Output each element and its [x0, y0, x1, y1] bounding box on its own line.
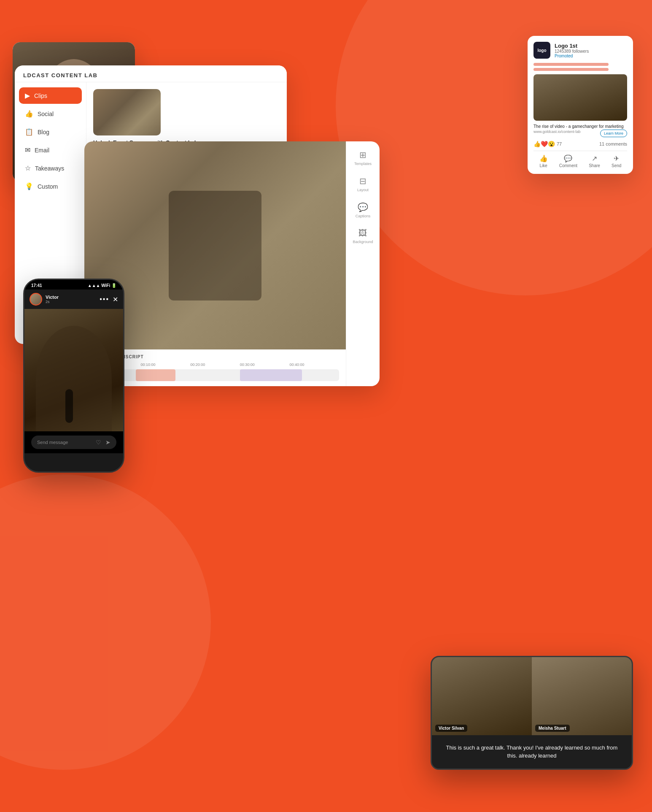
background-icon: 🖼	[358, 228, 367, 238]
email-icon: ✉	[25, 146, 30, 154]
mobile-status-bar: 17:41 ▲▲▲ WiFi 🔋	[24, 280, 123, 290]
custom-icon: 💡	[25, 182, 33, 190]
timestamp-4: 00:40:00	[289, 363, 339, 367]
linkedin-send-button[interactable]: ✈ Send	[612, 154, 621, 168]
linkedin-company-logo: logo	[533, 42, 550, 59]
story-time: 2s	[46, 300, 96, 304]
linkedin-actions: 👍 Like 💬 Comment ↗ Share ✈ Send	[533, 154, 627, 168]
custom-label: Custom	[38, 183, 58, 190]
logo-text: logo	[537, 48, 546, 53]
layout-icon: ⊟	[359, 176, 366, 186]
tool-captions[interactable]: 💬 Captions	[356, 202, 371, 218]
sidebar-item-custom[interactable]: 💡 Custom	[19, 178, 82, 195]
sidebar-item-clips[interactable]: ▶ Clips	[19, 87, 82, 104]
mobile-send-icons: ♡ ➤	[96, 439, 110, 446]
takeaways-icon: ☆	[25, 164, 31, 172]
timeline-label: EDIT BY TRANSCRIPT	[91, 355, 339, 359]
story-user-info: Victor 2s	[46, 295, 96, 304]
takeaways-label: Takeaways	[35, 165, 64, 172]
comment-label: Comment	[559, 163, 577, 168]
text-line-2	[533, 68, 609, 71]
like-label: Like	[539, 163, 547, 168]
tablet-person-right: Meisha Stuart	[532, 657, 632, 735]
linkedin-comment-button[interactable]: 💬 Comment	[559, 154, 577, 168]
social-icon: 👍	[25, 110, 33, 118]
share-icon: ↗	[592, 154, 597, 162]
mobile-signals: ▲▲▲ WiFi 🔋	[88, 283, 116, 288]
tablet-caption-bar: This is such a great talk. Thank you! I'…	[432, 735, 632, 769]
email-label: Email	[35, 147, 49, 154]
reaction-icons: 👍❤️😮	[533, 141, 555, 147]
templates-icon: ⊞	[359, 150, 366, 160]
background-label: Background	[353, 240, 373, 244]
linkedin-company-info: Logo 1st 1245389 followers Promoted	[555, 43, 589, 58]
tablet-caption-text: This is such a great talk. Thank you! I'…	[442, 744, 622, 760]
linkedin-learn-more-button[interactable]: Learn More	[600, 130, 627, 137]
linkedin-company-name: Logo 1st	[555, 43, 589, 49]
podcast-app-header: LDCAST CONTENT LAB	[15, 65, 287, 82]
clips-label: Clips	[34, 92, 47, 99]
tool-templates[interactable]: ⊞ Templates	[354, 150, 372, 166]
tablet-card: Victor Silvan Meisha Stuart This is such…	[431, 656, 633, 770]
send-label: Send	[612, 163, 621, 168]
story-avatar	[30, 293, 42, 306]
text-line-1	[533, 63, 609, 66]
send-message-placeholder: Send message	[37, 440, 68, 445]
story-close-icon[interactable]: ✕	[113, 295, 118, 303]
linkedin-video-thumbnail[interactable]	[533, 74, 627, 121]
linkedin-header: logo Logo 1st 1245389 followers Promoted	[533, 42, 627, 59]
timestamp-2: 00:20:00	[190, 363, 240, 367]
timestamp-1: 00:10:00	[141, 363, 191, 367]
tablet-person-left: Victor Silvan	[432, 657, 532, 735]
blog-icon: 📋	[25, 128, 33, 136]
bg-circle-2	[0, 474, 211, 770]
sidebar-item-takeaways[interactable]: ☆ Takeaways	[19, 160, 82, 176]
editor-person-silhouette	[169, 191, 261, 300]
mobile-time: 17:41	[31, 283, 42, 288]
comments-count: 11 comments	[599, 141, 627, 146]
comment-icon: 💬	[564, 154, 572, 162]
tablet-name-right: Meisha Stuart	[535, 725, 570, 732]
linkedin-video-caption: The rise of video - a gamechanger for ma…	[533, 124, 627, 129]
tool-layout[interactable]: ⊟ Layout	[357, 176, 369, 192]
linkedin-like-button[interactable]: 👍 Like	[539, 154, 548, 168]
story-options-icon[interactable]: •••	[100, 295, 109, 303]
main-editor-card: EDIT BY TRANSCRIPT 00:00:00 00:10:00 00:…	[84, 141, 380, 386]
story-username: Victor	[46, 295, 96, 300]
mobile-mic-silhouette	[65, 389, 73, 423]
share-label: Share	[589, 163, 600, 168]
linkedin-reactions: 👍❤️😮 77 11 comments	[533, 141, 627, 147]
layout-label: Layout	[357, 188, 369, 192]
linkedin-card: logo Logo 1st 1245389 followers Promoted…	[528, 36, 633, 174]
clip-item-1[interactable]: Unlock Event Success with Content Lab	[93, 89, 280, 146]
share-icon: ➤	[105, 439, 110, 446]
like-icon: 👍	[539, 154, 548, 162]
linkedin-share-button[interactable]: ↗ Share	[589, 154, 600, 168]
send-icon: ✈	[614, 154, 619, 162]
tablet-name-left: Victor Silvan	[435, 725, 467, 732]
linkedin-video-content	[533, 74, 627, 121]
editor-tools-panel: ⊞ Templates ⊟ Layout 💬 Captions 🖼 Backgr…	[346, 141, 380, 386]
timeline-timestamps: 00:00:00 00:10:00 00:20:00 00:30:00 00:4…	[91, 363, 339, 367]
sidebar-item-email[interactable]: ✉ Email	[19, 142, 82, 158]
tool-background[interactable]: 🖼 Background	[353, 228, 373, 244]
timeline-segment-purple	[240, 369, 302, 381]
mobile-person-silhouette	[36, 326, 112, 431]
clips-icon: ▶	[25, 92, 30, 100]
sidebar-item-blog[interactable]: 📋 Blog	[19, 124, 82, 140]
sidebar-item-social[interactable]: 👍 Social	[19, 106, 82, 122]
clip-thumb-inner-1	[93, 89, 161, 135]
blog-label: Blog	[38, 129, 49, 135]
timeline-segment-orange	[136, 369, 175, 381]
mobile-bottom-bar: Send message ♡ ➤	[24, 431, 123, 453]
templates-label: Templates	[354, 162, 372, 166]
mobile-video-content	[24, 309, 123, 431]
reaction-count: 77	[557, 141, 562, 146]
captions-label: Captions	[356, 214, 371, 218]
linkedin-followers: 1245389 followers	[555, 49, 589, 54]
linkedin-promoted: Promoted	[555, 54, 589, 58]
timeline-bar[interactable]	[91, 369, 339, 381]
heart-icon: ♡	[96, 439, 101, 446]
linkedin-text-lines	[533, 63, 627, 71]
mobile-send-input[interactable]: Send message ♡ ➤	[31, 436, 116, 449]
